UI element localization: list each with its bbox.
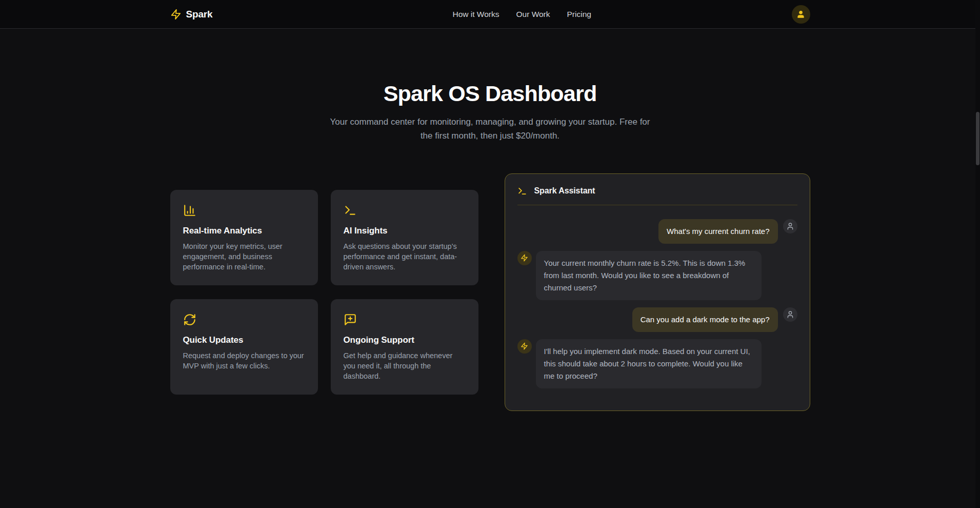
zap-icon: [521, 342, 528, 350]
feature-description: Ask questions about your startup's perfo…: [344, 241, 466, 272]
user-icon: [786, 310, 794, 319]
user-icon: [796, 9, 806, 19]
top-nav: Spark How it Works Our Work Pricing: [0, 0, 980, 29]
bar-chart-icon: [183, 204, 306, 217]
brand-logo[interactable]: Spark: [170, 9, 213, 20]
assistant-message-bubble: Your current monthly churn rate is 5.2%.…: [536, 251, 762, 300]
main-content: Spark OS Dashboard Your command center f…: [0, 29, 980, 411]
assistant-chat-avatar: [517, 251, 532, 265]
user-chat-avatar: [783, 219, 797, 233]
chat-message-assistant: I'll help you implement dark mode. Based…: [517, 339, 797, 388]
chat-messages: What's my current churn rate? Your curre…: [517, 219, 797, 388]
scrollbar-track[interactable]: [975, 0, 980, 508]
hero-subtitle-line1: Your command center for monitoring, mana…: [0, 115, 980, 129]
nav-link-our-work[interactable]: Our Work: [516, 10, 550, 19]
assistant-panel-title: Spark Assistant: [534, 186, 595, 196]
chat-message-user: What's my current churn rate?: [517, 219, 797, 244]
chat-message-assistant: Your current monthly churn rate is 5.2%.…: [517, 251, 797, 300]
feature-description: Request and deploy changes to your MVP w…: [183, 350, 306, 371]
feature-title: AI Insights: [344, 226, 466, 236]
hero-subtitle-line2: the first month, then just $20/month.: [0, 129, 980, 143]
zap-icon: [521, 254, 528, 262]
user-message-bubble: Can you add a dark mode to the app?: [632, 307, 778, 332]
page-title: Spark OS Dashboard: [0, 81, 980, 107]
user-message-bubble: What's my current churn rate?: [658, 219, 777, 244]
user-chat-avatar: [783, 307, 797, 322]
assistant-chat-avatar: [517, 339, 532, 354]
zap-icon: [170, 9, 182, 20]
account-avatar-button[interactable]: [792, 5, 810, 24]
nav-link-pricing[interactable]: Pricing: [567, 10, 591, 19]
feature-card-ai-insights: AI Insights Ask questions about your sta…: [331, 190, 478, 285]
features-grid: Real-time Analytics Monitor your key met…: [170, 190, 478, 395]
content-row: Real-time Analytics Monitor your key met…: [170, 173, 810, 411]
spark-assistant-panel: Spark Assistant What's my current churn …: [505, 173, 810, 411]
hero-section: Spark OS Dashboard Your command center f…: [0, 29, 980, 143]
feature-card-real-time-analytics: Real-time Analytics Monitor your key met…: [170, 190, 318, 285]
feature-title: Quick Updates: [183, 335, 306, 345]
feature-description: Monitor your key metrics, user engagemen…: [183, 241, 306, 272]
user-icon: [786, 222, 794, 230]
terminal-icon: [517, 186, 527, 196]
feature-title: Real-time Analytics: [183, 226, 306, 236]
assistant-panel-header: Spark Assistant: [517, 186, 797, 196]
divider: [517, 205, 797, 205]
feature-title: Ongoing Support: [344, 335, 466, 345]
feature-description: Get help and guidance whenever you need …: [344, 350, 466, 381]
message-square-plus-icon: [344, 313, 466, 326]
scrollbar-thumb[interactable]: [976, 112, 979, 165]
feature-card-quick-updates: Quick Updates Request and deploy changes…: [170, 299, 318, 395]
chat-message-user: Can you add a dark mode to the app?: [517, 307, 797, 332]
nav-link-how-it-works[interactable]: How it Works: [452, 10, 499, 19]
hero-subtitle: Your command center for monitoring, mana…: [0, 115, 980, 143]
nav-links: How it Works Our Work Pricing: [452, 10, 591, 19]
brand-name: Spark: [186, 9, 213, 20]
refresh-icon: [183, 313, 306, 326]
feature-card-ongoing-support: Ongoing Support Get help and guidance wh…: [331, 299, 478, 395]
terminal-icon: [344, 204, 466, 217]
assistant-message-bubble: I'll help you implement dark mode. Based…: [536, 339, 762, 388]
